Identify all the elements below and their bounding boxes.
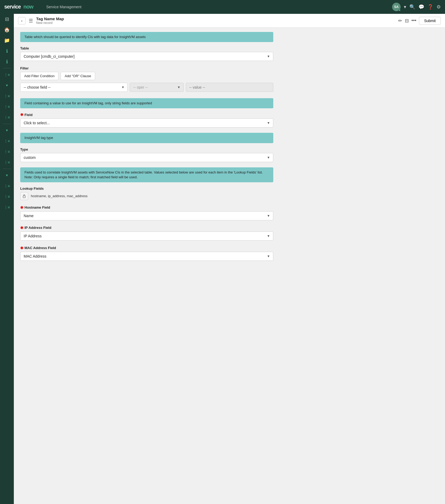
table-select[interactable]: Computer [cmdb_ci_computer] [20, 52, 273, 61]
sidebar-info-icon[interactable]: ℹ [0, 46, 14, 56]
hostname-label: ✱ Hostname Field [20, 205, 273, 210]
type-label: Type [20, 147, 273, 151]
required-star-ip: ✱ [20, 226, 23, 230]
chevron-down-icon[interactable]: ▾ [404, 4, 406, 10]
lock-icon-box [20, 192, 28, 200]
hostname-field-group: ✱ Hostname Field Name ▼ [20, 205, 273, 220]
sidebar-list9-icon[interactable]: ⋮≡ [0, 191, 14, 202]
table-section-header: Table which should be queried to identif… [20, 32, 273, 42]
lookup-label: Lookup Fields [20, 187, 273, 191]
tag-type-section-header: InsightVM tag type [20, 133, 273, 143]
form-content: Table which should be queried to identif… [14, 28, 280, 270]
svg-text:now: now [23, 4, 33, 10]
choose-field-select[interactable]: -- choose field -- [20, 83, 128, 92]
content-header: ‹ ☰ Tag Name Map New record ✏ ⊟ ••• Subm… [14, 14, 445, 28]
sidebar-list10-icon[interactable]: ⋮≡ [0, 202, 14, 213]
lookup-field-group: Lookup Fields hostname, ip_address, mac_… [20, 187, 273, 200]
table-field-group: Table Computer [cmdb_ci_computer] ▼ [20, 46, 273, 61]
lookup-lock-row: hostname, ip_address, mac_address [20, 192, 273, 200]
header-actions: ✏ ⊟ ••• Submit [398, 17, 441, 25]
field-label: ✱ Field [20, 113, 273, 117]
sidebar-filter-icon[interactable]: ⊟ [0, 14, 14, 24]
back-button[interactable]: ‹ [18, 17, 26, 24]
sidebar-list6-icon[interactable]: ⋮≡ [0, 146, 14, 157]
submit-button[interactable]: Submit [419, 17, 441, 25]
field-select-wrapper: Click to select... ▼ [20, 118, 273, 127]
add-filter-condition-button[interactable]: Add Filter Condition [20, 72, 58, 80]
online-indicator [398, 9, 401, 11]
ip-label: ✱ IP Address Field [20, 226, 273, 230]
mac-select-wrapper: MAC Address ▼ [20, 252, 273, 261]
topnav-actions: SA ▾ 🔍 💬 ❓ ⚙ [392, 3, 441, 11]
filter-label: Filter [20, 66, 273, 70]
mac-select[interactable]: MAC Address [20, 252, 273, 261]
record-title: Tag Name Map [36, 16, 395, 21]
field-section-header: Field containing a value to use for an I… [20, 98, 273, 108]
filter-section: Filter Add Filter Condition Add "OR" Cla… [20, 66, 273, 92]
hostname-select[interactable]: Name [20, 211, 273, 220]
table-label: Table [20, 46, 273, 50]
hostname-select-wrapper: Name ▼ [20, 211, 273, 220]
sidebar-home-icon[interactable]: 🏠 [0, 24, 14, 35]
sidebar-divider3 [3, 169, 11, 169]
oper-wrapper: -- oper -- ▼ [130, 83, 183, 92]
sidebar-list3-icon[interactable]: ⋮≡ [0, 101, 14, 112]
required-star-hostname: ✱ [20, 205, 23, 210]
lookup-value: hostname, ip_address, mac_address [31, 194, 87, 198]
required-star-mac: ✱ [20, 246, 23, 250]
attach-icon[interactable]: ✏ [398, 18, 402, 24]
mac-field-group: ✱ MAC Address Field MAC Address ▼ [20, 246, 273, 261]
settings-icon[interactable]: ⚙ [436, 4, 441, 10]
filter-buttons: Add Filter Condition Add "OR" Clause [20, 72, 273, 80]
required-star-field: ✱ [20, 113, 23, 117]
sidebar-list5-icon[interactable]: ⋮≡ [0, 136, 14, 146]
record-subtitle: New record [36, 21, 395, 25]
field-field-group: ✱ Field Click to select... ▼ [20, 113, 273, 127]
sidebar-list7-icon[interactable]: ⋮≡ [0, 157, 14, 168]
sidebar-triangle3-icon[interactable]: ▼ [0, 170, 14, 181]
type-select[interactable]: custom [20, 153, 273, 162]
user-avatar[interactable]: SA [392, 3, 401, 11]
filter-row: -- choose field -- ▼ -- oper -- ▼ [20, 83, 273, 92]
sidebar-list2-icon[interactable]: ⋮≡ [0, 91, 14, 101]
svg-text:service: service [4, 4, 21, 10]
ip-field-group: ✱ IP Address Field IP Address ▼ [20, 226, 273, 241]
sidebar-list1-icon[interactable]: ⋮≡ [0, 69, 14, 80]
lock-icon [22, 194, 26, 198]
ip-select[interactable]: IP Address [20, 232, 273, 241]
tune-icon[interactable]: ⊟ [405, 18, 409, 24]
choose-field-wrapper: -- choose field -- ▼ [20, 83, 128, 92]
ip-select-wrapper: IP Address ▼ [20, 232, 273, 241]
sidebar: ⊟ 🏠 📁 ℹ ℹ ⋮≡ ▼ ⋮≡ ⋮≡ ⋮≡ ▼ ⋮≡ ⋮≡ ⋮≡ ▼ ⋮≡ … [0, 14, 14, 504]
servicenow-logo: service now [4, 3, 41, 11]
sidebar-info2-icon[interactable]: ℹ [0, 56, 14, 67]
lookup-section-header: Fields used to correlate InsightVM asset… [20, 167, 273, 182]
main-wrapper: ‹ ☰ Tag Name Map New record ✏ ⊟ ••• Subm… [14, 14, 445, 504]
chat-icon[interactable]: 💬 [418, 4, 424, 10]
type-select-wrapper: custom ▼ [20, 153, 273, 162]
table-select-wrapper: Computer [cmdb_ci_computer] ▼ [20, 52, 273, 61]
sidebar-divider1 [3, 68, 11, 68]
sidebar-list4-icon[interactable]: ⋮≡ [0, 112, 14, 123]
sidebar-divider2 [3, 124, 11, 124]
sidebar-triangle1-icon[interactable]: ▼ [0, 80, 14, 91]
oper-select[interactable]: -- oper -- [130, 83, 183, 92]
sidebar-list8-icon[interactable]: ⋮≡ [0, 181, 14, 191]
filter-value-input[interactable] [186, 83, 273, 92]
field-select[interactable]: Click to select... [20, 118, 273, 127]
record-info: Tag Name Map New record [36, 16, 395, 25]
search-icon[interactable]: 🔍 [409, 4, 415, 10]
sidebar-folder-icon[interactable]: 📁 [0, 35, 14, 46]
sidebar-triangle2-icon[interactable]: ▼ [0, 125, 14, 136]
hamburger-icon[interactable]: ☰ [29, 18, 33, 24]
mac-label: ✱ MAC Address Field [20, 246, 273, 250]
brand-area: service now Service Management [4, 3, 81, 11]
more-icon[interactable]: ••• [412, 18, 417, 23]
top-navigation: service now Service Management SA ▾ 🔍 💬 … [0, 0, 445, 14]
app-title: Service Management [46, 5, 81, 9]
help-icon[interactable]: ❓ [427, 4, 433, 10]
add-or-clause-button[interactable]: Add "OR" Clause [61, 72, 95, 80]
type-field-group: Type custom ▼ [20, 147, 273, 162]
svg-rect-3 [23, 196, 26, 198]
